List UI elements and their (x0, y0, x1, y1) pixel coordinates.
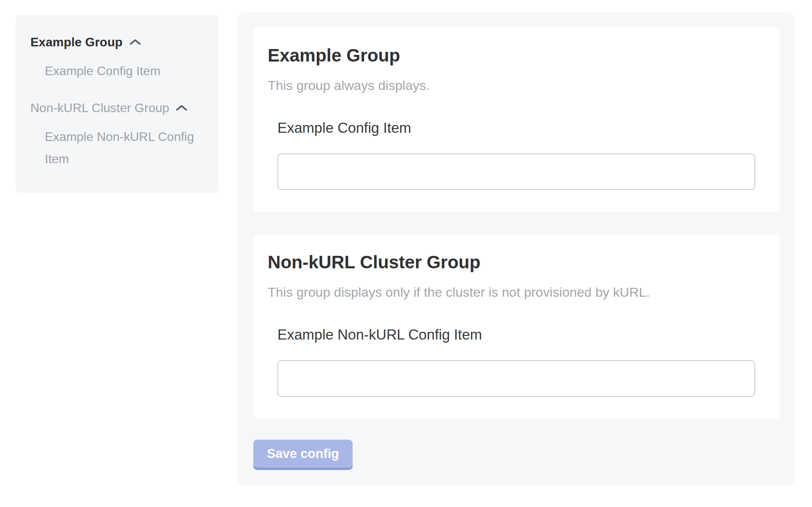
group-title: Example Group (268, 44, 755, 66)
chevron-up-icon (129, 38, 141, 46)
config-field: Example Non-kURL Config Item (277, 326, 755, 397)
sidebar-group-non-kurl-cluster-group: Non-kURL Cluster Group Example Non-kURL … (30, 100, 203, 170)
chevron-up-icon (175, 104, 188, 112)
config-sidebar: Example Group Example Config Item Non-kU… (16, 15, 218, 193)
group-description: This group always displays. (268, 77, 755, 93)
sidebar-item-example-config-item[interactable]: Example Config Item (45, 60, 203, 82)
sidebar-group-header-example-group[interactable]: Example Group (30, 34, 203, 50)
config-field-label: Example Config Item (277, 119, 755, 137)
sidebar-group-label: Non-kURL Cluster Group (30, 100, 169, 116)
sidebar-group-example-group: Example Group Example Config Item (30, 34, 203, 82)
config-field: Example Config Item (277, 119, 755, 190)
page: Example Group Example Config Item Non-kU… (0, 0, 812, 486)
example-non-kurl-config-item-input[interactable] (277, 360, 755, 397)
example-config-item-input[interactable] (277, 153, 755, 190)
config-main-panel: Example Group This group always displays… (238, 12, 794, 486)
sidebar-group-label: Example Group (30, 34, 123, 50)
save-config-button[interactable]: Save config (253, 440, 353, 468)
config-group-card-example-group: Example Group This group always displays… (253, 27, 780, 212)
config-group-card-non-kurl-cluster-group: Non-kURL Cluster Group This group displa… (253, 234, 780, 419)
sidebar-item-example-non-kurl-config-item[interactable]: Example Non-kURL Config Item (45, 126, 203, 170)
config-field-label: Example Non-kURL Config Item (277, 326, 755, 344)
sidebar-group-header-non-kurl-cluster-group[interactable]: Non-kURL Cluster Group (30, 100, 203, 116)
group-description: This group displays only if the cluster … (268, 284, 755, 300)
group-title: Non-kURL Cluster Group (268, 251, 755, 273)
